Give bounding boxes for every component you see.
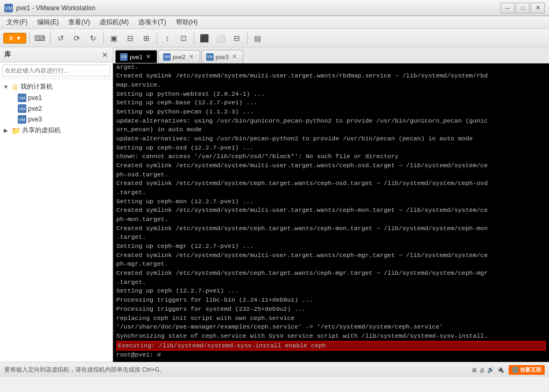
terminal-line: '/usr/share/doc/pve-manager/examples/cep…	[116, 323, 546, 332]
terminal-line: Setting up ceph-base (12.2.7-pve1) ...	[116, 98, 546, 108]
menu-edit[interactable]: 编辑(E)	[33, 17, 63, 28]
sidebar-item-pve3[interactable]: VM pve3	[0, 114, 112, 125]
toolbar-btn-3[interactable]: ↻	[86, 31, 101, 45]
pve1-label: pve1	[28, 94, 42, 102]
tab-pve2-close[interactable]: ✕	[188, 53, 195, 61]
main-area: 库 ✕ ▼ 🖥 我的计算机 VM pve1 VM pve2	[0, 47, 549, 362]
toolbar-btn-2[interactable]: ⟳	[69, 31, 85, 45]
expand-icon: ▼	[2, 83, 10, 91]
toolbar-separator-3	[103, 32, 104, 44]
terminal-line: Created symlink /etc/systemd/system/mult…	[116, 251, 546, 260]
toolbar-btn-8[interactable]: ⊡	[176, 31, 191, 45]
toolbar-separator-4	[157, 32, 157, 44]
terminal-line: .target.	[116, 278, 546, 287]
toolbar-btn-10[interactable]: ⬜	[213, 31, 228, 45]
sidebar-close-button[interactable]: ✕	[102, 51, 108, 59]
terminal-line: Created symlink /etc/systemd/system/ceph…	[116, 224, 546, 233]
tab-icon-pve2: VM	[163, 53, 171, 61]
menu-view[interactable]: 查看(V)	[64, 17, 94, 28]
window-controls: ─ □ ✕	[501, 3, 545, 13]
toolbar-btn-6[interactable]: ⊞	[139, 31, 154, 45]
pause-dropdown-icon: ▼	[16, 35, 22, 41]
sidebar-search-area	[0, 62, 112, 79]
my-computer-label: 我的计算机	[20, 82, 53, 91]
terminal-line: Created symlink /etc/systemd/system/ceph…	[116, 179, 546, 188]
terminal-line: arget.	[116, 63, 546, 72]
vm-icon-pve1: VM	[18, 94, 26, 102]
send-keys-button[interactable]: ⌨	[32, 31, 47, 45]
toolbar-btn-7[interactable]: ↕	[160, 31, 175, 45]
tab-icon-pve3: VM	[206, 53, 214, 61]
terminal-line: Synchronizing state of ceph.service with…	[116, 332, 546, 341]
terminal-line: Created symlink /etc/systemd/system/mult…	[116, 72, 546, 81]
toolbar-separator-6	[247, 32, 248, 44]
expand-icon-shared: ▶	[2, 127, 10, 134]
status-icon-4: 🔌	[497, 366, 504, 373]
tab-pve1-close[interactable]: ✕	[145, 53, 152, 61]
tab-pve3[interactable]: VM pve3 ✕	[201, 50, 243, 63]
tab-pve3-close[interactable]: ✕	[231, 53, 238, 61]
toolbar-separator-1	[29, 32, 30, 44]
terminal-line: Setting up ceph (12.2.7-pve1) ...	[116, 287, 546, 296]
toolbar-btn-5[interactable]: ⊟	[123, 31, 138, 45]
toolbar-separator-2	[50, 32, 51, 44]
terminal-line: Setting up ceph-mon (12.2.7-pve1) ...	[116, 197, 546, 206]
maximize-button[interactable]: □	[516, 3, 530, 13]
tabs-bar: VM pve1 ✕ VM pve2 ✕ VM pve3 ✕	[113, 47, 549, 63]
title-bar: VM pve1 - VMware Workstation ─ □ ✕	[0, 0, 549, 16]
content-area: VM pve1 ✕ VM pve2 ✕ VM pve3 ✕ Setting sy…	[113, 47, 549, 362]
sidebar-header: 库 ✕	[0, 47, 112, 62]
toolbar-btn-1[interactable]: ↺	[53, 31, 68, 45]
close-button[interactable]: ✕	[531, 3, 545, 13]
status-icon-2: 🖨	[479, 367, 485, 373]
minimize-button[interactable]: ─	[501, 3, 515, 13]
terminal-line: Processing triggers for libc-bin (2.24-1…	[116, 296, 546, 305]
vm-icon-pve2: VM	[18, 104, 26, 113]
expand-icon-pve2	[9, 105, 16, 112]
pause-icon: ⏸	[8, 35, 14, 41]
toolbar-btn-9[interactable]: ⬛	[197, 31, 212, 45]
terminal-line: Created symlink /etc/systemd/system/ceph…	[116, 269, 546, 278]
sidebar-item-pve1[interactable]: VM pve1	[0, 92, 112, 103]
sidebar-search-input[interactable]	[2, 65, 110, 76]
pause-resume-button[interactable]: ⏸ ▼	[3, 33, 26, 44]
tree-item-my-computer[interactable]: ▼ 🖥 我的计算机	[0, 81, 112, 92]
app-icon: VM	[4, 4, 13, 12]
status-icon-1: 🖥	[471, 367, 477, 373]
terminal-line: ph-osd.target.	[116, 170, 546, 180]
brand-logo: 🌐 创新互联	[509, 365, 545, 375]
terminal-line: update-alternatives: using /usr/bin/guni…	[116, 117, 546, 126]
terminal-line: .target.	[116, 233, 546, 242]
status-icons: 🖥 🖨 🔊 🔌	[471, 366, 504, 373]
toolbar: ⏸ ▼ ⌨ ↺ ⟳ ↻ ▣ ⊟ ⊞ ↕ ⊡ ⬛ ⬜ ⊟ ▤	[0, 29, 549, 47]
tab-pve3-label: pve3	[216, 54, 229, 60]
toolbar-btn-4[interactable]: ▣	[107, 31, 122, 45]
terminal-line: orn_pecan) in auto mode	[116, 125, 546, 134]
expand-icon-pve1	[9, 94, 16, 102]
terminal-line: replacing ceph init script with own ceph…	[116, 314, 546, 323]
terminal-output[interactable]: Setting system user ceph properties..use…	[113, 63, 549, 362]
sidebar-item-shared[interactable]: ▶ 📁 共享的虚拟机	[0, 125, 112, 136]
terminal-line: Executing: /lib/systemd/systemd-sysv-ins…	[116, 341, 546, 351]
brand-icon: 🌐	[512, 367, 518, 373]
menu-help[interactable]: 帮助(H)	[172, 17, 202, 28]
terminal-line: map.service.	[116, 81, 546, 90]
sidebar-tree: ▼ 🖥 我的计算机 VM pve1 VM pve2 VM pve3	[0, 79, 112, 362]
tab-pve2[interactable]: VM pve2 ✕	[158, 50, 200, 63]
sidebar-title: 库	[4, 50, 11, 59]
terminal-line: ph-mgr.target.	[116, 260, 546, 269]
terminal-line: .target.	[116, 188, 546, 197]
pve3-label: pve3	[28, 116, 42, 123]
toolbar-btn-11[interactable]: ⊟	[229, 31, 244, 45]
sidebar-item-pve2[interactable]: VM pve2	[0, 103, 112, 114]
terminal-line: Setting up python-pecan (1.1.2-3) ...	[116, 108, 546, 117]
window-title: pve1 - VMware Workstation	[16, 4, 95, 12]
toolbar-btn-12[interactable]: ▤	[250, 31, 265, 45]
brand-text: 创新互联	[520, 367, 541, 373]
menu-vm[interactable]: 虚拟机(M)	[95, 17, 133, 28]
terminal-line: Setting up ceph-mgr (12.2.7-pve1) ...	[116, 242, 546, 251]
terminal-line: Created symlink /etc/systemd/system/mult…	[116, 206, 546, 215]
menu-tabs[interactable]: 选项卡(T)	[134, 17, 170, 28]
tab-pve1[interactable]: VM pve1 ✕	[115, 50, 157, 63]
menu-file[interactable]: 文件(F)	[2, 17, 32, 28]
